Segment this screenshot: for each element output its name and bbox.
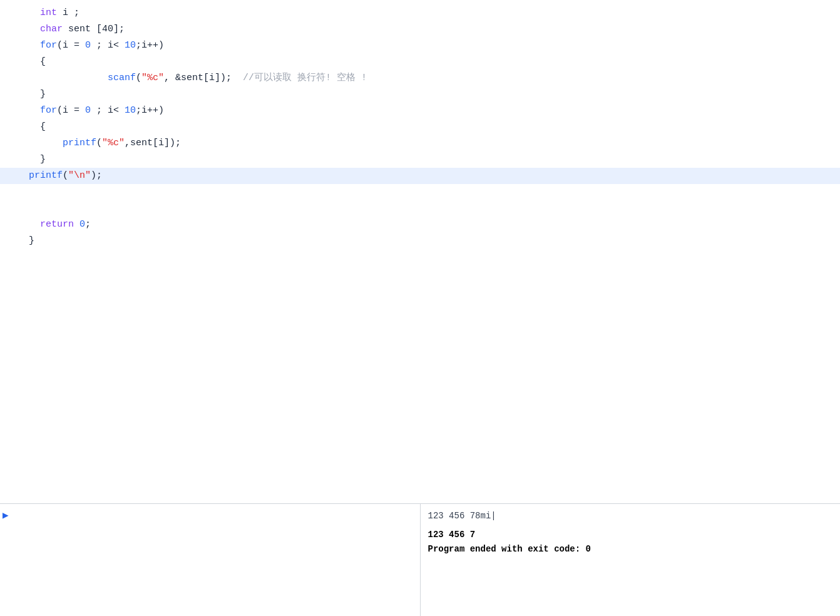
code-line[interactable]: { [0,54,840,70]
code-line[interactable]: { [0,119,840,135]
code-line[interactable] [0,200,840,217]
output-exit-line: Program ended with exit code: 0 [428,542,833,556]
output-result-line: 123 456 7 [428,528,833,542]
code-line[interactable]: printf("\n"); [0,168,840,184]
input-panel[interactable]: ▶ [0,504,421,616]
code-line[interactable]: scanf("%c", &sent[i]); //可以读取 换行符! 空格 ! [0,70,840,86]
code-line[interactable]: printf("%c",sent[i]); [0,135,840,151]
output-panel: 123 456 78mi| 123 456 7 Program ended wi… [421,504,841,616]
code-line[interactable]: } [0,86,840,103]
code-line[interactable]: return 0; [0,217,840,233]
run-arrow-icon: ▶ [3,509,9,521]
bottom-panel: ▶ 123 456 78mi| 123 456 7 Program ended … [0,503,840,616]
code-editor[interactable]: int i ; char sent [40]; for(i = 0 ; i< 1… [0,0,840,503]
code-line[interactable]: for(i = 0 ; i< 10;i++) [0,103,840,119]
code-line[interactable]: int i ; [0,5,840,21]
code-line[interactable]: } [0,151,840,168]
code-line[interactable]: } [0,233,840,249]
code-line[interactable]: for(i = 0 ; i< 10;i++) [0,38,840,54]
output-input-line: 123 456 78mi| [428,509,833,523]
code-line[interactable]: char sent [40]; [0,21,840,38]
code-line[interactable] [0,184,840,200]
